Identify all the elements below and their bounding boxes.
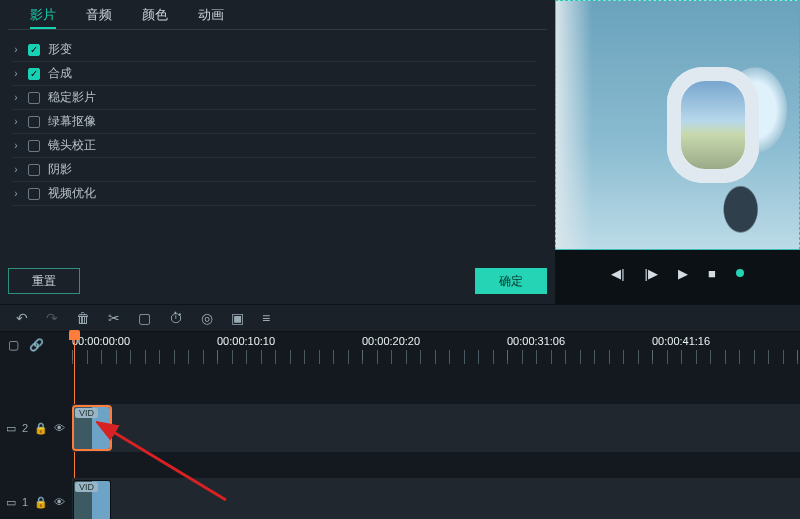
tab-audio[interactable]: 音频 [86, 6, 112, 29]
option-row-transform[interactable]: › ✓ 形变 [12, 38, 537, 62]
track-type-icon: ▭ [6, 422, 16, 435]
track-index: 2 [22, 422, 28, 434]
visibility-icon[interactable]: 👁 [54, 496, 65, 508]
clip-tag: VID [75, 408, 98, 418]
undo-icon[interactable]: ↶ [16, 310, 28, 326]
track-layout-icon[interactable]: ▢ [8, 338, 19, 352]
chevron-right-icon: › [12, 188, 20, 199]
visibility-icon[interactable]: 👁 [54, 422, 65, 434]
timecode: 00:00:10:10 [217, 335, 275, 347]
stop-icon[interactable]: ■ [708, 266, 716, 281]
effects-tabs: 影片 音频 颜色 动画 [8, 0, 547, 30]
timecode: 00:00:31:06 [507, 335, 565, 347]
greenscreen-icon[interactable]: ▣ [231, 310, 244, 326]
preview-frame[interactable] [555, 0, 800, 250]
option-row-greenscreen[interactable]: › 绿幕抠像 [12, 110, 537, 134]
timecode: 00:00:41:16 [652, 335, 710, 347]
colorwheel-icon[interactable]: ◎ [201, 310, 213, 326]
delete-icon[interactable]: 🗑 [76, 310, 90, 326]
option-label: 绿幕抠像 [48, 113, 96, 130]
checkbox-transform[interactable]: ✓ [28, 44, 40, 56]
option-label: 稳定影片 [48, 89, 96, 106]
time-ruler[interactable]: ▢ 🔗 00:00:00:00 00:00:10:10 00:00:20:20 … [0, 332, 800, 368]
transport-controls: ◀| |▶ ▶ ■ [555, 262, 800, 284]
track-header: ▭ 1 🔒 👁 [0, 478, 72, 519]
video-track-2[interactable]: ▭ 2 🔒 👁 VID [0, 404, 800, 452]
checkbox-optimize[interactable] [28, 188, 40, 200]
prev-frame-icon[interactable]: ◀| [611, 266, 624, 281]
redo-icon[interactable]: ↷ [46, 310, 58, 326]
chevron-right-icon: › [12, 68, 20, 79]
next-frame-icon[interactable]: |▶ [645, 266, 658, 281]
timecode: 00:00:00:00 [72, 335, 130, 347]
option-label: 镜头校正 [48, 137, 96, 154]
settings-icon[interactable]: ≡ [262, 310, 270, 326]
lock-icon[interactable]: 🔒 [34, 496, 48, 509]
crop-icon[interactable]: ▢ [138, 310, 151, 326]
track-index: 1 [22, 496, 28, 508]
video-track-1[interactable]: ▭ 1 🔒 👁 VID [0, 478, 800, 519]
chevron-right-icon: › [12, 116, 20, 127]
option-label: 合成 [48, 65, 72, 82]
link-icon[interactable]: 🔗 [29, 338, 44, 352]
chevron-right-icon: › [12, 164, 20, 175]
chevron-right-icon: › [12, 92, 20, 103]
tab-motion[interactable]: 动画 [198, 6, 224, 29]
checkbox-lenscorr[interactable] [28, 140, 40, 152]
chevron-right-icon: › [12, 44, 20, 55]
track-type-icon: ▭ [6, 496, 16, 509]
checkbox-compositing[interactable]: ✓ [28, 68, 40, 80]
checkbox-shadow[interactable] [28, 164, 40, 176]
airplane-window-graphic [667, 67, 759, 183]
preview-panel: ◀| |▶ ▶ ■ [555, 0, 800, 304]
option-label: 视频优化 [48, 185, 96, 202]
tab-clip[interactable]: 影片 [30, 6, 56, 29]
clip-track1[interactable]: VID [74, 481, 110, 519]
option-row-lenscorr[interactable]: › 镜头校正 [12, 134, 537, 158]
option-row-optimize[interactable]: › 视频优化 [12, 182, 537, 206]
option-row-shadow[interactable]: › 阴影 [12, 158, 537, 182]
option-label: 形变 [48, 41, 72, 58]
tab-color[interactable]: 颜色 [142, 6, 168, 29]
clip-track2[interactable]: VID [74, 407, 110, 449]
timeline-toolbar: ↶ ↷ 🗑 ✂ ▢ ⏱ ◎ ▣ ≡ [0, 304, 800, 332]
lock-icon[interactable]: 🔒 [34, 422, 48, 435]
ok-button[interactable]: 确定 [475, 268, 547, 294]
record-marker-icon[interactable] [736, 269, 744, 277]
option-row-stabilize[interactable]: › 稳定影片 [12, 86, 537, 110]
checkbox-stabilize[interactable] [28, 92, 40, 104]
play-icon[interactable]: ▶ [678, 266, 688, 281]
timeline: ▢ 🔗 00:00:00:00 00:00:10:10 00:00:20:20 … [0, 332, 800, 519]
option-label: 阴影 [48, 161, 72, 178]
option-row-compositing[interactable]: › ✓ 合成 [12, 62, 537, 86]
track-header: ▭ 2 🔒 👁 [0, 404, 72, 452]
clip-tag: VID [75, 482, 98, 492]
chevron-right-icon: › [12, 140, 20, 151]
speed-icon[interactable]: ⏱ [169, 310, 183, 326]
timecode: 00:00:20:20 [362, 335, 420, 347]
checkbox-greenscreen[interactable] [28, 116, 40, 128]
effects-panel: 影片 音频 颜色 动画 › ✓ 形变 › ✓ 合成 › 稳定影片 › [0, 0, 555, 304]
split-icon[interactable]: ✂ [108, 310, 120, 326]
reset-button[interactable]: 重置 [8, 268, 80, 294]
